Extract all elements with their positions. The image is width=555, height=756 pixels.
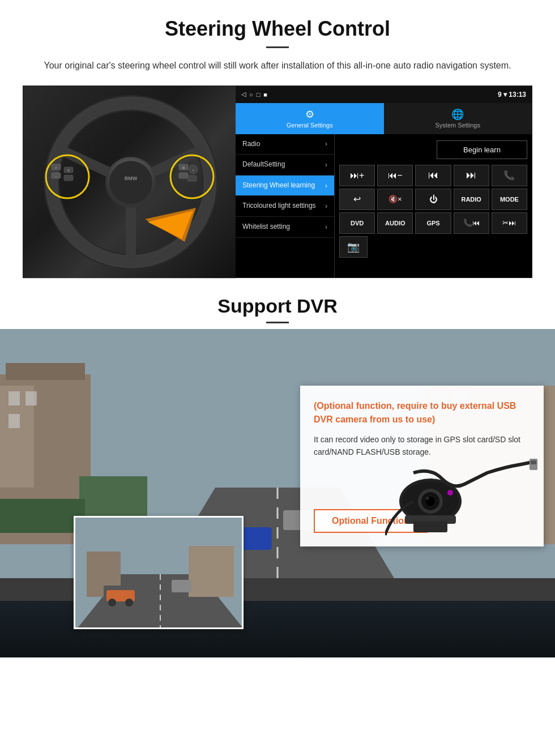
dvr-title-area: Support DVR bbox=[0, 278, 555, 329]
android-panel: ◁ ○ □ ■ 9 ▾ 13:13 ⚙ General Settings 🌐 S… bbox=[236, 86, 532, 277]
call-prev-btn[interactable]: 📞⏮ bbox=[454, 212, 489, 234]
svg-rect-32 bbox=[8, 414, 20, 428]
menu-item-tricoloured[interactable]: Tricoloured light settings › bbox=[236, 196, 334, 217]
call-btn[interactable]: 📞 bbox=[492, 165, 527, 186]
topbar-nav-icons: ◁ ○ □ ■ bbox=[241, 91, 267, 98]
title-divider bbox=[266, 46, 289, 48]
dvr-title: Support DVR bbox=[0, 295, 555, 317]
whitelist-label: Whitelist setting bbox=[242, 223, 290, 232]
page-title: Steering Wheel Control bbox=[23, 17, 532, 41]
mute-btn[interactable]: 🔇× bbox=[377, 189, 413, 210]
svg-text:BMW: BMW bbox=[125, 176, 138, 181]
begin-learn-row: Begin learn bbox=[339, 139, 527, 161]
vol-down-btn[interactable]: ⏮− bbox=[377, 165, 413, 186]
begin-learn-button[interactable]: Begin learn bbox=[437, 140, 527, 159]
svg-rect-28 bbox=[6, 363, 85, 380]
tab-system-settings[interactable]: 🌐 System Settings bbox=[384, 103, 532, 134]
svg-text:⊞: ⊞ bbox=[182, 166, 185, 169]
tab-general-settings[interactable]: ⚙ General Settings bbox=[236, 103, 384, 134]
preview-road-svg bbox=[75, 518, 244, 629]
android-ui-panel: BMW + − ≡ ⊞ + bbox=[23, 86, 532, 278]
menu-icon[interactable]: ■ bbox=[263, 91, 267, 98]
chevron-icon: › bbox=[325, 202, 327, 210]
dvr-description-text: It can record video only to storage in G… bbox=[314, 433, 530, 459]
control-buttons-grid: ⏭+ ⏮− ⏮ ⏭ 📞 ↩ 🔇× ⏻ RADIO MODE bbox=[339, 165, 527, 258]
chevron-icon: › bbox=[325, 140, 327, 148]
menu-item-whitelist[interactable]: Whitelist setting › bbox=[236, 217, 334, 238]
dvr-optional-notice: (Optional function, require to buy exter… bbox=[314, 399, 530, 426]
subtitle-text: Your original car's steering wheel contr… bbox=[23, 58, 532, 73]
power-btn[interactable]: ⏻ bbox=[415, 189, 451, 210]
tab-system-label: System Settings bbox=[436, 122, 480, 129]
svg-text:+: + bbox=[192, 168, 194, 172]
chevron-icon: › bbox=[325, 182, 327, 190]
prev-btn[interactable]: ⏮ bbox=[415, 165, 451, 186]
radio-btn[interactable]: RADIO bbox=[454, 189, 489, 210]
svg-point-63 bbox=[447, 490, 453, 496]
settings-tabs: ⚙ General Settings 🌐 System Settings bbox=[236, 103, 532, 134]
steering-wheel-photo: BMW + − ≡ ⊞ + bbox=[23, 86, 236, 279]
recents-icon[interactable]: □ bbox=[257, 91, 261, 98]
svg-rect-30 bbox=[8, 391, 20, 405]
btn-row-1: ⏭+ ⏮− ⏮ ⏭ 📞 bbox=[339, 165, 527, 186]
dvr-camera-illustration bbox=[385, 456, 538, 541]
next-btn[interactable]: ⏭ bbox=[454, 165, 489, 186]
dvr-background-scene: (Optional function, require to buy exter… bbox=[0, 329, 555, 657]
settings-menu: Radio › DefaultSetting › Steering Wheel … bbox=[236, 134, 335, 277]
mode-btn[interactable]: MODE bbox=[492, 189, 527, 210]
android-topbar: ◁ ○ □ ■ 9 ▾ 13:13 bbox=[236, 86, 532, 103]
svg-rect-31 bbox=[25, 391, 37, 405]
btn-row-2: ↩ 🔇× ⏻ RADIO MODE bbox=[339, 189, 527, 210]
chevron-icon: › bbox=[325, 223, 327, 231]
menu-area: Radio › DefaultSetting › Steering Wheel … bbox=[236, 134, 532, 277]
menu-item-radio[interactable]: Radio › bbox=[236, 134, 334, 155]
svg-point-62 bbox=[426, 497, 429, 500]
cut-next-btn[interactable]: ✂⏭ bbox=[492, 212, 527, 234]
svg-text:≡: ≡ bbox=[67, 169, 70, 172]
tricoloured-label: Tricoloured light settings bbox=[242, 202, 316, 211]
steering-section: Steering Wheel Control Your original car… bbox=[0, 0, 555, 278]
home-icon[interactable]: ○ bbox=[249, 91, 253, 98]
btn-row-4: 📷 bbox=[339, 236, 527, 258]
gps-btn[interactable]: GPS bbox=[415, 212, 451, 234]
status-time: 9 ▾ 13:13 bbox=[498, 91, 526, 99]
dvr-preview-image bbox=[74, 516, 244, 629]
vol-up-btn[interactable]: ⏭+ bbox=[339, 165, 375, 186]
svg-point-7 bbox=[109, 161, 152, 204]
steering-learn-panel: Begin learn ⏭+ ⏮− ⏮ ⏭ 📞 ↩ bbox=[335, 134, 532, 277]
svg-text:−: − bbox=[56, 174, 57, 178]
radio-label: Radio bbox=[242, 140, 260, 149]
dvr-info-card: (Optional function, require to buy exter… bbox=[300, 386, 544, 547]
tab-general-label: General Settings bbox=[287, 122, 333, 129]
btn-row-3: DVD AUDIO GPS 📞⏮ ✂⏭ bbox=[339, 212, 527, 234]
steering-wheel-image: BMW + − ≡ ⊞ + bbox=[35, 92, 227, 273]
svg-rect-33 bbox=[79, 476, 147, 522]
back-icon[interactable]: ◁ bbox=[241, 91, 246, 98]
gear-icon: ⚙ bbox=[305, 108, 314, 121]
steering-label: Steering Wheel learning bbox=[242, 181, 315, 190]
dvr-section: Support DVR bbox=[0, 278, 555, 657]
svg-rect-34 bbox=[0, 499, 85, 533]
chevron-icon: › bbox=[325, 161, 327, 169]
svg-rect-65 bbox=[413, 521, 447, 532]
default-label: DefaultSetting bbox=[242, 160, 285, 169]
svg-rect-56 bbox=[531, 460, 536, 464]
menu-item-steering[interactable]: Steering Wheel learning › bbox=[236, 176, 334, 197]
svg-point-53 bbox=[108, 599, 116, 606]
svg-point-54 bbox=[125, 599, 133, 606]
dvd-btn[interactable]: DVD bbox=[339, 212, 375, 234]
camera-svg bbox=[385, 456, 538, 541]
audio-btn[interactable]: AUDIO bbox=[377, 212, 413, 234]
svg-rect-51 bbox=[172, 580, 191, 592]
system-icon: 🌐 bbox=[451, 108, 464, 121]
svg-rect-23 bbox=[187, 176, 197, 181]
menu-item-default[interactable]: DefaultSetting › bbox=[236, 155, 334, 176]
dvr-divider bbox=[266, 322, 289, 323]
svg-rect-17 bbox=[64, 175, 73, 181]
svg-rect-20 bbox=[179, 173, 188, 178]
svg-rect-49 bbox=[189, 546, 234, 597]
hangup-btn[interactable]: ↩ bbox=[339, 189, 375, 210]
cam-btn[interactable]: 📷 bbox=[339, 236, 368, 258]
svg-text:+: + bbox=[56, 166, 57, 169]
